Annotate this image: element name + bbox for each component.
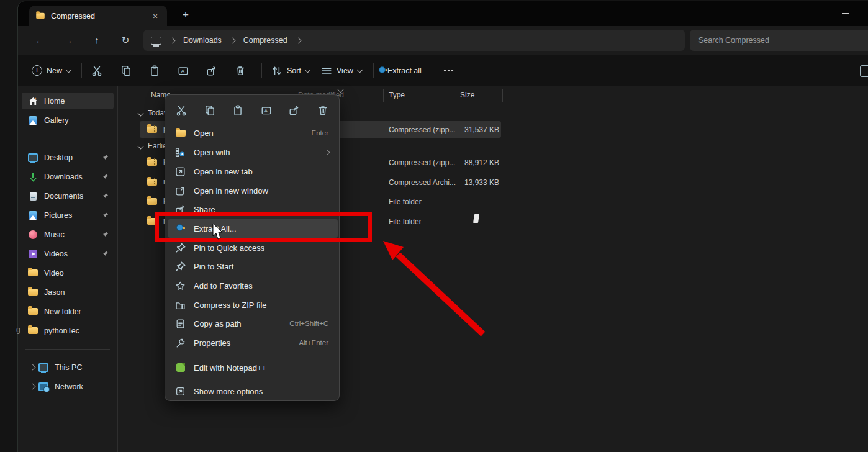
breadcrumb-downloads[interactable]: Downloads: [183, 36, 222, 45]
close-tab-icon[interactable]: ×: [150, 11, 161, 21]
sidebar-item-videos[interactable]: Videos: [22, 245, 114, 262]
column-header-type[interactable]: Type: [389, 91, 405, 99]
menu-item-label: Open with: [194, 148, 325, 157]
divider: [81, 63, 82, 78]
folder-icon: [175, 130, 186, 137]
column-separator[interactable]: [456, 89, 456, 102]
sidebar-item-music[interactable]: Music: [22, 226, 114, 243]
breadcrumb-compressed[interactable]: Compressed: [243, 36, 287, 45]
menu-item-properties[interactable]: Properties Alt+Enter: [168, 333, 338, 352]
folder-icon: [28, 308, 38, 315]
file-type: File folder: [389, 197, 422, 206]
back-button[interactable]: ←: [32, 32, 48, 48]
expander-icon[interactable]: [30, 384, 36, 390]
group-header-today[interactable]: Today: [138, 109, 168, 117]
cut-button[interactable]: [91, 55, 102, 86]
sidebar-item-downloads[interactable]: Downloads: [22, 168, 114, 185]
sidebar-item-pictures[interactable]: Pictures: [22, 207, 114, 224]
title-bar: Compressed × +: [18, 1, 868, 26]
explorer-tab[interactable]: Compressed ×: [29, 6, 167, 26]
copy-icon[interactable]: [204, 105, 215, 116]
share-button[interactable]: [206, 55, 217, 86]
folder-icon: [28, 327, 38, 334]
sidebar-item-gallery[interactable]: Gallery: [22, 112, 114, 129]
pin-icon: [102, 173, 109, 180]
menu-item-label: Show more options: [194, 387, 338, 396]
sidebar-item-this-pc[interactable]: This PC: [22, 359, 114, 376]
sort-label: Sort: [287, 66, 301, 75]
menu-item-label: Add to Favorites: [194, 281, 338, 291]
sidebar-item-label: Pictures: [44, 211, 72, 220]
sidebar-item-label: pythonTec: [44, 327, 79, 335]
menu-item-label: Open: [194, 129, 312, 138]
sidebar-item-desktop[interactable]: Desktop: [22, 149, 114, 166]
chevron-right-icon: [170, 37, 176, 43]
menu-item-open-with[interactable]: Open with: [168, 143, 338, 161]
context-menu: A Open Enter Open with Open in new tab O…: [165, 94, 340, 401]
up-button[interactable]: ↑: [89, 32, 105, 48]
menu-item-copy-as-path[interactable]: Copy as path Ctrl+Shift+C: [168, 314, 338, 333]
column-separator[interactable]: [502, 89, 503, 102]
sidebar-item-video[interactable]: Video: [22, 264, 114, 281]
star-icon: [175, 281, 186, 291]
sidebar-item-label: This PC: [55, 363, 82, 372]
details-pane-icon[interactable]: [860, 65, 868, 77]
downloads-icon: [28, 173, 38, 181]
copy-button[interactable]: [120, 55, 132, 86]
refresh-button[interactable]: ↻: [117, 32, 133, 48]
pin-icon: [102, 231, 109, 238]
menu-item-open-in-new-window[interactable]: Open in new window: [168, 181, 338, 200]
folder-icon: [28, 289, 38, 296]
breadcrumb[interactable]: Downloads Compressed: [143, 30, 685, 51]
menu-item-pin-to-start[interactable]: Pin to Start: [168, 257, 338, 276]
more-options-button[interactable]: [444, 55, 453, 86]
view-button[interactable]: View: [321, 55, 362, 86]
divider: [25, 138, 110, 138]
new-label: New: [47, 66, 62, 75]
file-type: Compressed (zipp...: [389, 125, 455, 134]
open-with-icon: [175, 147, 186, 158]
menu-item-compress-to-zip[interactable]: Compress to ZIP file: [168, 296, 338, 314]
column-separator[interactable]: [383, 89, 384, 102]
zipped-folder-icon: [147, 126, 157, 133]
new-tab-button[interactable]: +: [178, 9, 193, 21]
sidebar-item-network[interactable]: Network: [22, 378, 114, 395]
cut-icon: [91, 65, 102, 76]
file-type: File folder: [389, 217, 422, 226]
file-size: 31,537 KB: [446, 125, 499, 134]
minimize-button[interactable]: [842, 13, 849, 14]
menu-item-show-more-options[interactable]: Show more options: [168, 382, 338, 400]
forward-button[interactable]: →: [60, 32, 76, 48]
delete-button[interactable]: [235, 55, 246, 86]
menu-item-open-in-new-tab[interactable]: Open in new tab: [168, 162, 338, 181]
sidebar-item-new-folder[interactable]: New folder: [22, 303, 114, 320]
sidebar-item-label: Network: [55, 382, 83, 391]
paste-icon[interactable]: [232, 105, 243, 116]
sort-button[interactable]: Sort: [271, 55, 310, 86]
gallery-icon: [28, 116, 38, 125]
chevron-right-icon: [295, 37, 301, 43]
cut-icon[interactable]: [176, 105, 187, 116]
extract-all-button[interactable]: Extract all: [383, 55, 422, 86]
folder-icon: [147, 198, 157, 205]
sidebar-item-pythontec[interactable]: pythonTec: [22, 322, 114, 339]
expander-icon[interactable]: [30, 364, 36, 371]
pin-icon: [175, 243, 186, 253]
menu-item-open[interactable]: Open Enter: [168, 124, 338, 142]
search-input[interactable]: Search Compressed: [690, 30, 868, 51]
sidebar-item-home[interactable]: Home: [22, 93, 114, 109]
sidebar-item-jason[interactable]: Jason: [22, 284, 114, 301]
new-button[interactable]: + New: [32, 55, 71, 86]
menu-item-add-to-favorites[interactable]: Add to Favorites: [168, 276, 338, 295]
paste-button[interactable]: [149, 55, 160, 86]
pin-icon: [102, 250, 109, 257]
column-header-size[interactable]: Size: [460, 91, 474, 99]
navigation-pane: Home Gallery Desktop Downloads Documents…: [18, 86, 118, 452]
copy-path-icon: [175, 319, 186, 329]
rename-button[interactable]: A: [178, 55, 189, 86]
trash-icon[interactable]: [317, 105, 328, 116]
sidebar-item-documents[interactable]: Documents: [22, 188, 114, 204]
menu-item-edit-with-notepadpp[interactable]: Edit with Notepad++: [168, 358, 338, 377]
share-icon[interactable]: [289, 105, 300, 116]
rename-icon[interactable]: A: [261, 105, 272, 116]
